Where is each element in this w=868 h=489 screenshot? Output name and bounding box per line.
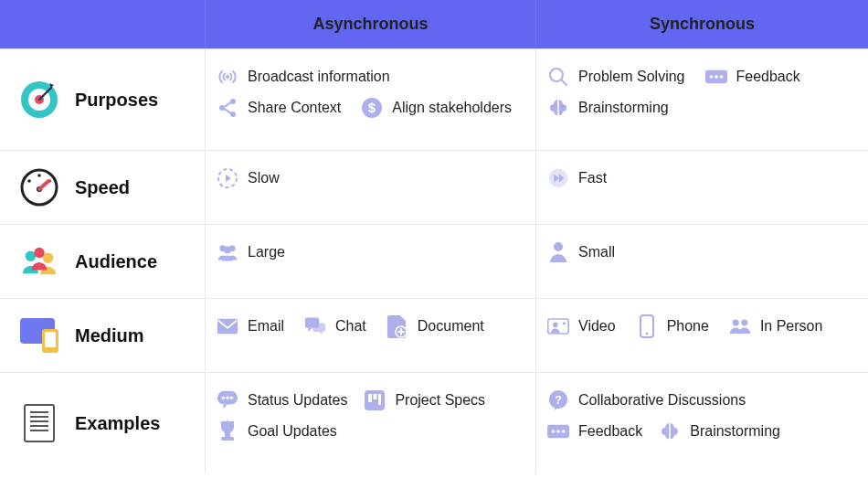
item-label: In Person (760, 318, 822, 335)
brain-icon (659, 420, 681, 442)
row-label-speed: Speed (0, 150, 206, 224)
item-label: Collaborative Discussions (578, 392, 746, 409)
chat-dots-icon (217, 389, 238, 411)
svg-point-3 (226, 75, 229, 79)
item-label: Video (578, 318, 616, 335)
person-icon (547, 241, 569, 263)
chat-bubbles-icon (304, 315, 326, 337)
header-async: Asynchronous (206, 0, 536, 48)
item: Status Updates (217, 389, 347, 411)
svg-point-13 (719, 75, 723, 79)
cell-audience-async: Large (206, 224, 536, 298)
item-label: Project Specs (395, 392, 485, 409)
item-label: Slow (248, 170, 280, 186)
svg-point-16 (37, 174, 41, 177)
item-label: Small (578, 244, 615, 260)
header-sync: Synchronous (536, 0, 868, 48)
item: Phone (636, 315, 709, 337)
devices-icon (20, 316, 58, 355)
row-label: Medium (75, 325, 144, 346)
item-label: Chat (335, 318, 366, 335)
item: Brainstorming (547, 97, 669, 119)
item: Broadcast information (217, 66, 390, 88)
cell-audience-sync: Small (536, 224, 868, 298)
two-people-icon (729, 315, 751, 337)
item-label: Problem Solving (578, 69, 685, 85)
svg-point-54 (562, 430, 566, 433)
svg-point-34 (563, 322, 566, 324)
svg-point-33 (553, 323, 558, 328)
item: Feedback (705, 66, 800, 88)
envelope-icon (217, 315, 238, 337)
item: Feedback (547, 420, 642, 442)
magnifier-icon (547, 66, 569, 88)
svg-point-42 (230, 397, 233, 399)
phone-icon (636, 315, 658, 337)
comparison-table: Asynchronous Synchronous Purposes (0, 0, 868, 473)
item: Chat (304, 315, 366, 337)
row-label-audience: Audience (0, 224, 206, 298)
item: Share Context (217, 97, 341, 119)
item-label: Phone (667, 318, 709, 335)
svg-point-36 (645, 333, 648, 335)
item-label: Document (418, 318, 484, 335)
play-dashed-icon (217, 167, 238, 189)
cell-examples-sync: ? Collaborative Discussions Feedback Bra… (536, 372, 868, 473)
item: Brainstorming (659, 420, 780, 442)
fast-forward-icon (547, 167, 569, 189)
svg-point-40 (222, 397, 225, 399)
svg-rect-47 (225, 432, 230, 437)
svg-point-27 (554, 242, 563, 251)
row-label: Audience (75, 251, 157, 272)
cell-speed-sync: Fast (536, 150, 868, 224)
item-label: Align stakeholders (392, 100, 512, 116)
item-label: Share Context (248, 100, 341, 116)
item: Slow (217, 167, 280, 189)
svg-rect-43 (365, 390, 385, 410)
svg-text:?: ? (555, 393, 562, 407)
svg-point-38 (741, 319, 747, 325)
svg-point-37 (733, 319, 739, 325)
item-label: Feedback (578, 423, 642, 440)
svg-point-22 (43, 252, 53, 262)
item: Small (547, 241, 615, 263)
svg-point-11 (709, 75, 713, 79)
item-label: Feedback (736, 69, 800, 85)
item-label: Brainstorming (578, 100, 669, 116)
row-label: Purposes (75, 90, 158, 111)
svg-rect-44 (368, 394, 372, 402)
item-label: Broadcast information (248, 69, 390, 85)
item: Document (386, 315, 484, 337)
svg-rect-45 (374, 394, 377, 399)
svg-text:$: $ (368, 100, 376, 115)
item: Goal Updates (217, 420, 337, 442)
broadcast-icon (217, 66, 238, 88)
svg-point-41 (226, 397, 228, 399)
cell-medium-sync: Video Phone In Person (536, 298, 868, 372)
row-label: Examples (75, 413, 160, 434)
share-icon (217, 97, 238, 119)
cell-speed-async: Slow (206, 150, 536, 224)
item: $ Align stakeholders (361, 97, 512, 119)
svg-point-15 (27, 179, 31, 183)
svg-rect-48 (221, 437, 234, 441)
trophy-icon (217, 420, 238, 442)
people-colored-icon (20, 242, 58, 281)
svg-rect-30 (312, 324, 325, 332)
board-icon (364, 389, 386, 411)
item-label: Status Updates (248, 392, 347, 409)
document-add-icon (386, 315, 408, 337)
cell-purposes-async: Broadcast information Share Context $ Al… (206, 48, 536, 150)
item-label: Goal Updates (248, 423, 337, 440)
header-blank (0, 0, 206, 48)
svg-point-26 (224, 247, 231, 254)
svg-rect-46 (378, 394, 381, 405)
item: Email (217, 315, 284, 337)
dots-box-icon (547, 420, 569, 442)
cell-purposes-sync: Problem Solving Feedback Brainstorming (536, 48, 868, 150)
cell-examples-async: Status Updates Project Specs Goal Update… (206, 372, 536, 473)
item: Fast (547, 167, 607, 189)
row-label: Speed (75, 177, 130, 198)
cell-medium-async: Email Chat Document (206, 298, 536, 372)
item: In Person (729, 315, 822, 337)
